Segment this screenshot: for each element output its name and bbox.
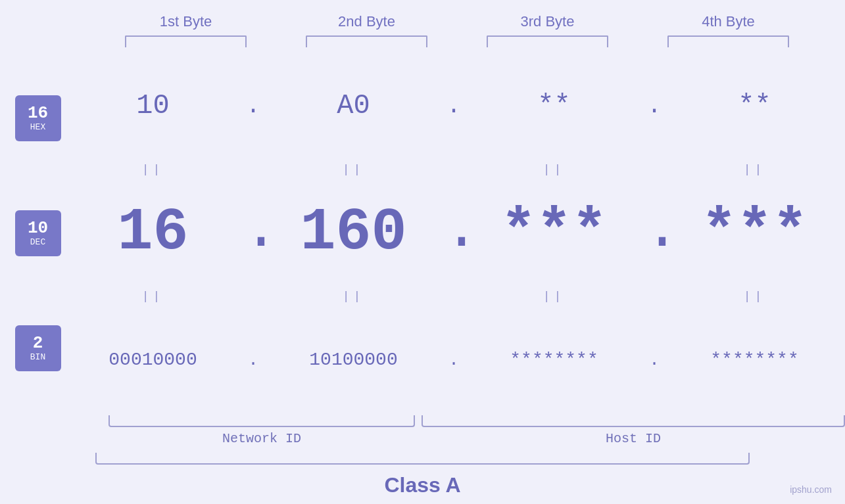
eq-cell-2-3: || — [464, 290, 644, 303]
dec-badge-base: DEC — [30, 237, 45, 247]
top-bracket-1 — [125, 35, 247, 47]
byte3-header: 3rd Byte — [457, 13, 638, 30]
dec-b3: *** — [500, 199, 607, 266]
eq-cell-1-4: || — [664, 163, 845, 176]
bin-b3: ******** — [510, 350, 598, 370]
dot-hex-2: . — [444, 93, 464, 120]
hex-b2-cell: A0 — [263, 90, 444, 122]
hex-b1-cell: 10 — [62, 90, 243, 122]
hex-b2: A0 — [337, 90, 370, 122]
eq-cell-1-1: || — [62, 163, 243, 176]
full-bottom-bracket — [95, 453, 750, 465]
dec-badge-num: 10 — [28, 219, 48, 238]
bottom-bracket-network — [109, 415, 415, 427]
bracket-cell-4 — [638, 35, 819, 47]
bracket-cell-2 — [276, 35, 457, 47]
dec-row: 16 . 160 . *** . *** — [62, 181, 845, 285]
bin-badge-base: BIN — [30, 352, 45, 362]
bin-b2: 10100000 — [309, 350, 397, 370]
eq-row-1: || || || || — [62, 158, 845, 181]
dec-b2-cell: 160 — [263, 199, 444, 266]
dec-badge: 10 DEC — [15, 210, 61, 256]
top-bracket-3 — [487, 35, 608, 47]
top-bracket-2 — [306, 35, 427, 47]
watermark: ipshu.com — [790, 484, 832, 495]
full-bracket-row — [95, 453, 750, 465]
hex-b3-cell: ** — [464, 90, 644, 122]
eq-row-2: || || || || — [62, 285, 845, 308]
dot-dec-1: . — [243, 200, 263, 265]
dec-b1: 16 — [117, 199, 188, 266]
host-id-label: Host ID — [422, 431, 845, 446]
dec-b1-cell: 16 — [62, 199, 243, 266]
bracket-cell-1 — [95, 35, 276, 47]
dec-b4-cell: *** — [664, 199, 845, 266]
eq-cell-1-3: || — [464, 163, 644, 176]
eq-cell-2-1: || — [62, 290, 243, 303]
bottom-brackets — [95, 415, 845, 427]
bracket-cell-3 — [457, 35, 638, 47]
dot-dec-3: . — [644, 200, 664, 265]
bin-badge-num: 2 — [33, 334, 43, 353]
top-bracket-4 — [667, 35, 789, 47]
byte-headers: 1st Byte 2nd Byte 3rd Byte 4th Byte — [95, 13, 845, 30]
bottom-bracket-host — [422, 415, 845, 427]
byte4-header: 4th Byte — [638, 13, 819, 30]
bin-b4: ******** — [710, 350, 798, 370]
bin-b1-cell: 00010000 — [62, 350, 243, 370]
hex-badge: 16 HEX — [15, 95, 61, 141]
top-brackets-row — [95, 35, 845, 47]
byte2-header: 2nd Byte — [276, 13, 457, 30]
dot-bin-1: . — [243, 350, 263, 370]
bottom-section: Network ID Host ID — [95, 415, 845, 446]
eq-cell-1-2: || — [263, 163, 444, 176]
dot-bin-3: . — [644, 350, 664, 370]
hex-b4-cell: ** — [664, 90, 845, 122]
dot-dec-2: . — [444, 200, 464, 265]
class-label: Class A — [0, 473, 845, 497]
network-id-label: Network ID — [109, 431, 415, 446]
values-area: 10 . A0 . ** . ** || || — [62, 54, 845, 412]
bin-b4-cell: ******** — [664, 350, 845, 370]
bin-row: 00010000 . 10100000 . ******** . *******… — [62, 308, 845, 412]
labels-column: 16 HEX 10 DEC 2 BIN — [13, 54, 62, 412]
bin-b2-cell: 10100000 — [263, 350, 444, 370]
eq-cell-2-4: || — [664, 290, 845, 303]
hex-b3: ** — [537, 90, 570, 122]
eq-cell-2-2: || — [263, 290, 444, 303]
dec-b3-cell: *** — [464, 199, 644, 266]
hex-b4: ** — [738, 90, 771, 122]
hex-row: 10 . A0 . ** . ** — [62, 54, 845, 158]
bin-b1: 00010000 — [109, 350, 197, 370]
dot-hex-1: . — [243, 93, 263, 120]
dot-bin-2: . — [444, 350, 464, 370]
id-labels-row: Network ID Host ID — [95, 431, 845, 446]
dec-b2: 160 — [300, 199, 406, 266]
hex-badge-num: 16 — [28, 104, 48, 123]
hex-b1: 10 — [136, 90, 169, 122]
bin-badge: 2 BIN — [15, 325, 61, 371]
byte1-header: 1st Byte — [95, 13, 276, 30]
dot-hex-3: . — [644, 93, 664, 120]
dec-b4: *** — [701, 199, 808, 266]
content-area: 16 HEX 10 DEC 2 BIN 10 . A0 — [13, 54, 845, 412]
bin-b3-cell: ******** — [464, 350, 644, 370]
hex-badge-base: HEX — [30, 122, 45, 132]
main-container: 1st Byte 2nd Byte 3rd Byte 4th Byte 16 H… — [0, 0, 845, 504]
